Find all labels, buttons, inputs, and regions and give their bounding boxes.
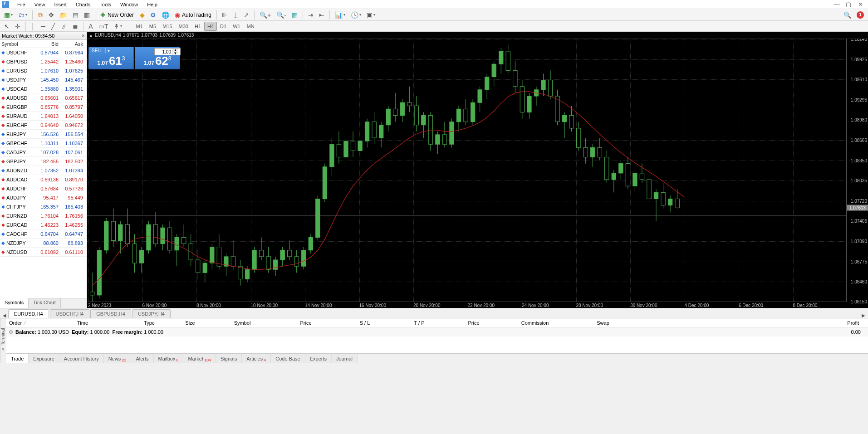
- line-chart-button[interactable]: ↗: [241, 10, 251, 20]
- symbol-row-euraud[interactable]: ◆EURAUD1.640131.64050: [0, 112, 87, 121]
- timeframe-m1[interactable]: M1: [133, 22, 146, 31]
- market-watch-close[interactable]: ×: [82, 33, 85, 39]
- mw-tab-symbols[interactable]: Symbols: [0, 298, 29, 308]
- data-window-toggle[interactable]: ✥: [46, 10, 56, 20]
- chart-shift-button[interactable]: ⇤: [317, 10, 327, 20]
- term-col-profit[interactable]: Profit: [844, 318, 868, 327]
- candlestick-button[interactable]: ⌶: [230, 10, 240, 20]
- autotrading-button[interactable]: ◉AutoTrading: [172, 10, 214, 20]
- crosshair-tool[interactable]: ✛: [13, 22, 23, 31]
- timeframe-m30[interactable]: M30: [176, 22, 191, 31]
- term-tab-signals[interactable]: Signals: [216, 354, 242, 363]
- term-tab-trade[interactable]: Trade: [6, 354, 29, 363]
- timeframe-mn[interactable]: MN: [244, 22, 258, 31]
- col-bid[interactable]: Bid: [35, 40, 60, 48]
- term-col-price[interactable]: Price: [446, 318, 501, 327]
- zoom-out-button[interactable]: 🔍-: [274, 10, 289, 20]
- term-col-sl[interactable]: S / L: [338, 318, 392, 327]
- menu-window[interactable]: Window: [116, 1, 142, 8]
- timeframe-h1[interactable]: H1: [191, 22, 204, 31]
- symbol-row-chfjpy[interactable]: ◆CHFJPY165.357165.403: [0, 202, 87, 211]
- terminal-toggle[interactable]: ▤: [70, 10, 81, 20]
- symbol-row-usdcad[interactable]: ◆USDCAD1.358801.35901: [0, 84, 87, 93]
- symbol-row-audcad[interactable]: ◆AUDCAD0.891360.89170: [0, 175, 87, 184]
- term-col-symbol[interactable]: Symbol: [211, 318, 274, 327]
- fibonacci-tool[interactable]: ≣: [70, 22, 80, 31]
- terminal-close[interactable]: ×: [2, 346, 5, 352]
- term-tab-code-base[interactable]: Code Base: [271, 354, 305, 363]
- menu-file[interactable]: File: [13, 1, 30, 8]
- symbol-row-cadjpy[interactable]: ◆CADJPY107.028107.061: [0, 148, 87, 157]
- auto-scroll-button[interactable]: ⇥: [306, 10, 316, 20]
- term-tab-market[interactable]: Market104: [183, 354, 216, 363]
- symbol-row-gbpchf[interactable]: ◆GBPCHF1.103111.10367: [0, 139, 87, 148]
- tile-windows-button[interactable]: ▦: [289, 10, 300, 20]
- menu-charts[interactable]: Charts: [71, 1, 95, 8]
- symbol-row-audchf[interactable]: ◆AUDCHF0.576840.57726: [0, 184, 87, 193]
- chart-tab-usdjpy-h4[interactable]: USDJPY,H4: [132, 309, 171, 318]
- templates-button[interactable]: ▣▾: [364, 10, 378, 20]
- market-watch-header[interactable]: Symbol Bid Ask: [0, 40, 87, 48]
- col-ask[interactable]: Ask: [60, 40, 84, 48]
- volume-input[interactable]: ▲▼: [154, 48, 181, 55]
- timeframe-w1[interactable]: W1: [230, 22, 244, 31]
- symbol-row-nzdjpy[interactable]: ◆NZDJPY88.86088.893: [0, 239, 87, 248]
- profiles-button[interactable]: 🗂▾: [16, 10, 29, 20]
- search-button[interactable]: 🔍: [841, 10, 853, 20]
- trendline-tool[interactable]: ╱: [49, 22, 58, 31]
- sell-button[interactable]: SELL▾ 1.07613: [88, 47, 134, 69]
- arrows-tool[interactable]: ↟▾: [112, 22, 124, 31]
- terminal-header[interactable]: Order ⁄TimeTypeSizeSymbolPriceS / LT / P…: [6, 318, 868, 327]
- buy-button[interactable]: ▲▼ BUY 1.07628: [135, 47, 180, 69]
- vertical-line-tool[interactable]: │: [29, 22, 38, 31]
- menu-tools[interactable]: Tools: [95, 1, 116, 8]
- cursor-tool[interactable]: ↖: [2, 22, 12, 31]
- menu-view[interactable]: View: [30, 1, 50, 8]
- symbol-row-audusd[interactable]: ◆AUDUSD0.656010.65617: [0, 93, 87, 102]
- bar-chart-button[interactable]: ⊪: [220, 10, 230, 20]
- timeframe-m15[interactable]: M15: [159, 22, 175, 31]
- symbol-row-eurchf[interactable]: ◆EURCHF0.946400.94672: [0, 121, 87, 130]
- symbol-row-audnzd[interactable]: ◆AUDNZD1.073521.07394: [0, 166, 87, 175]
- options-button[interactable]: ⚙: [148, 10, 158, 20]
- symbol-row-audjpy[interactable]: ◆AUDJPY95.41795.449: [0, 193, 87, 202]
- horizontal-line-tool[interactable]: ─: [39, 22, 48, 31]
- term-col-size[interactable]: Size: [170, 318, 211, 327]
- term-tab-alerts[interactable]: Alerts: [131, 354, 153, 363]
- term-col-price[interactable]: Price: [274, 318, 338, 327]
- chart-body[interactable]: 1.102401.099251.096101.092951.089801.086…: [87, 39, 868, 308]
- menu-help[interactable]: Help: [142, 1, 162, 8]
- term-tab-journal[interactable]: Journal: [332, 354, 358, 363]
- term-col-type[interactable]: Type: [129, 318, 170, 327]
- symbol-row-usdchf[interactable]: ◆USDCHF0.879440.87964: [0, 48, 87, 57]
- term-col-tp[interactable]: T / P: [392, 318, 446, 327]
- symbol-row-eurusd[interactable]: ◆EURUSD1.076101.07625: [0, 66, 87, 75]
- symbol-row-gbpjpy[interactable]: ◆GBPJPY182.455182.502: [0, 157, 87, 166]
- term-tab-news[interactable]: News22: [104, 354, 132, 363]
- refresh-button[interactable]: 🌐: [159, 10, 172, 20]
- term-col-order[interactable]: Order ⁄: [6, 318, 74, 327]
- zoom-in-button[interactable]: 🔍+: [257, 10, 273, 20]
- close-button[interactable]: ✕: [854, 0, 866, 9]
- term-tab-exposure[interactable]: Exposure: [29, 354, 59, 363]
- channel-tool[interactable]: ⫽: [59, 22, 69, 31]
- minimize-button[interactable]: —: [831, 0, 843, 9]
- term-col-swap[interactable]: Swap: [569, 318, 637, 327]
- term-col-time[interactable]: Time: [74, 318, 129, 327]
- term-col-commission[interactable]: Commission: [501, 318, 569, 327]
- maximize-button[interactable]: ▢: [843, 0, 854, 9]
- chart-tab-usdchf-h4[interactable]: USDCHF,H4: [50, 309, 90, 318]
- volume-down[interactable]: ▼: [172, 52, 178, 55]
- timeframe-h4[interactable]: H4: [204, 22, 217, 31]
- new-order-button[interactable]: ✚New Order: [98, 10, 136, 20]
- timeframe-d1[interactable]: D1: [217, 22, 230, 31]
- chart-tab-nav-right[interactable]: ▶: [860, 313, 867, 318]
- term-tab-experts[interactable]: Experts: [305, 354, 332, 363]
- symbol-row-eurcad[interactable]: ◆EURCAD1.462231.46255: [0, 220, 87, 229]
- chart-tab-nav-left[interactable]: ◀: [1, 313, 8, 318]
- symbol-row-nzdusd[interactable]: ◆NZDUSD0.610920.61110: [0, 248, 87, 257]
- strategy-tester-toggle[interactable]: ▥: [82, 10, 92, 20]
- term-tab-mailbox[interactable]: Mailbox6: [154, 354, 184, 363]
- symbol-row-eurnzd[interactable]: ◆EURNZD1.761041.76156: [0, 211, 87, 220]
- symbol-row-gbpusd[interactable]: ◆GBPUSD1.254421.25460: [0, 57, 87, 66]
